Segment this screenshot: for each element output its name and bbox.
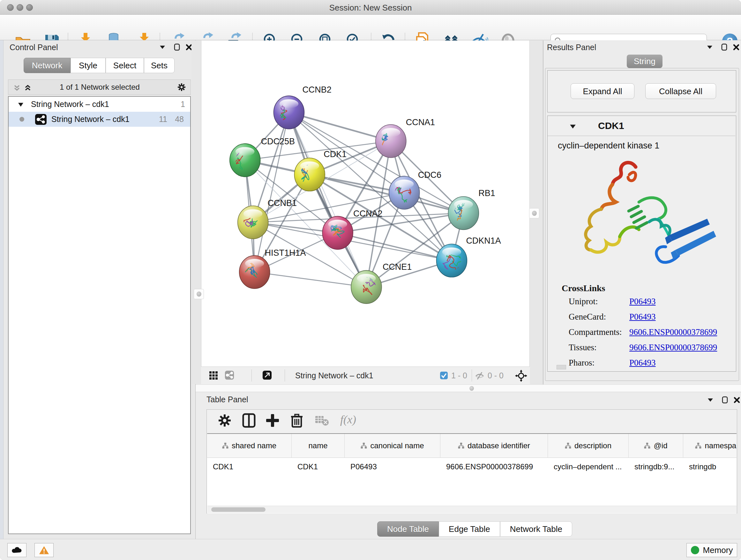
network-node-count: 11	[159, 115, 167, 124]
fit-selected-crosshair-icon[interactable]	[515, 370, 527, 382]
protein-description: cyclin–dependent kinase 1	[558, 141, 659, 151]
horizontal-splitter[interactable]	[196, 384, 741, 392]
node-label-CCNE1: CCNE1	[383, 262, 412, 272]
node-label-CDC25B: CDC25B	[261, 137, 295, 146]
column-header-namespace[interactable]: namespace	[683, 434, 737, 457]
collapse-all-button[interactable]: Collapse All	[645, 83, 716, 99]
tab-network[interactable]: Network	[23, 58, 71, 73]
network-edge-HIST1H1A-CCNE1[interactable]	[255, 272, 366, 287]
control-panel-float-icon[interactable]	[172, 42, 182, 52]
table-container: f(x) shared namenamecanonical namedataba…	[206, 409, 737, 513]
results-panel-collapse-icon[interactable]	[705, 42, 715, 52]
column-header-database-identifier[interactable]: database identifier	[441, 434, 548, 457]
column-header-shared-name[interactable]: shared name	[207, 434, 292, 457]
column-header-label: description	[575, 441, 611, 450]
scrollbar-thumb[interactable]	[211, 507, 266, 512]
tab-node-table[interactable]: Node Table	[377, 521, 439, 537]
table-cell[interactable]: CDK1	[207, 458, 292, 476]
table-panel-close-icon[interactable]	[732, 395, 741, 405]
crosslink-link[interactable]: P06493	[629, 297, 656, 307]
expand-collapse-section: Expand All Collapse All	[547, 70, 736, 112]
network-node-CCNB1[interactable]	[238, 206, 268, 239]
selected-checkbox-icon[interactable]	[440, 371, 448, 380]
node-label-CDC6: CDC6	[418, 170, 441, 180]
selected-count: 1 - 0	[451, 371, 467, 380]
table-cell[interactable]: stringdb:9...	[629, 458, 683, 476]
network-row-selected[interactable]: String Network – cdk1 11 48	[9, 112, 190, 127]
application-window: Session: New Session	[0, 0, 741, 560]
table-cell[interactable]: stringdb	[683, 458, 737, 476]
tab-sets[interactable]: Sets	[144, 58, 175, 73]
table-cell[interactable]: CDK1	[292, 458, 345, 476]
network-node-CCNA2[interactable]	[322, 216, 353, 249]
grid-view-icon[interactable]	[209, 371, 218, 380]
crosslink-link[interactable]: P06493	[629, 358, 656, 368]
crosslink-link[interactable]: 9606.ENSP00000378699	[629, 327, 717, 337]
table-cell[interactable]: 9606.ENSP00000378699	[441, 458, 548, 476]
crosslink-label: Uniprot:	[569, 297, 629, 307]
results-panel-close-icon[interactable]	[731, 42, 741, 52]
network-options-gear-icon[interactable]	[177, 82, 186, 92]
network-row-label: String Network – cdk1	[51, 115, 130, 124]
mini-scrollbar[interactable]	[556, 365, 566, 369]
birdseye-view-icon[interactable]	[262, 370, 272, 380]
network-node-CCNA1[interactable]	[376, 125, 406, 164]
crosslink-link[interactable]: P06493	[629, 312, 656, 322]
network-node-HIST1H1A[interactable]	[239, 255, 270, 289]
results-panel-float-icon[interactable]	[720, 42, 729, 52]
network-node-CCNE1[interactable]	[351, 270, 382, 304]
title-bar: Session: New Session	[0, 0, 741, 15]
crosslink-row: Tissues:9606.ENSP00000378699	[569, 343, 728, 353]
network-view-icon[interactable]	[225, 370, 234, 380]
left-splitter-grip[interactable]	[194, 289, 204, 299]
delete-column-icon[interactable]	[289, 413, 305, 428]
column-header-description[interactable]: description	[548, 434, 629, 457]
column-header-label: canonical name	[370, 441, 424, 450]
main-toolbar: ?	[0, 15, 741, 40]
network-node-CDKN1A[interactable]	[436, 244, 467, 277]
node-table: shared namenamecanonical namedatabase id…	[207, 433, 737, 513]
crosslink-row: GeneCard:P06493	[569, 312, 728, 322]
node-label-HIST1H1A: HIST1H1A	[265, 248, 306, 258]
toolbar-separator	[285, 369, 285, 381]
delete-table-icon	[314, 413, 329, 428]
tab-string[interactable]: String	[627, 55, 663, 68]
table-cell[interactable]: cyclin–dependent ...	[548, 458, 629, 476]
control-panel-collapse-icon[interactable]	[158, 42, 167, 52]
add-column-icon[interactable]	[265, 413, 280, 428]
network-tree: String Network – cdk1 1 String Network –…	[8, 96, 191, 534]
table-options-gear-icon[interactable]	[217, 413, 232, 428]
network-node-CDC25B[interactable]	[228, 144, 260, 177]
collapse-protein-icon[interactable]	[569, 123, 576, 130]
column-header-name[interactable]: name	[292, 434, 345, 457]
warning-button[interactable]	[35, 543, 54, 557]
toolbar-separator	[472, 369, 472, 381]
results-content-box: Expand All Collapse All CDK1 cyclin–depe…	[545, 68, 739, 381]
column-header-label: name	[308, 441, 327, 450]
tab-edge-table[interactable]: Edge Table	[439, 521, 500, 537]
horizontal-scrollbar[interactable]	[207, 506, 737, 513]
table-panel-float-icon[interactable]	[720, 395, 730, 405]
table-row[interactable]: CDK1CDK1P064939606.ENSP00000378699cyclin…	[207, 458, 737, 476]
network-canvas[interactable]: CCNB2CCNA1CDC25BCDK1CDC6RB1CCNB1CCNA2CDK…	[201, 41, 530, 367]
cloud-button[interactable]	[7, 543, 26, 557]
tab-network-table[interactable]: Network Table	[500, 521, 572, 537]
tab-style[interactable]: Style	[71, 58, 106, 73]
left-splitter[interactable]	[192, 41, 201, 384]
column-header-canonical-name[interactable]: canonical name	[345, 434, 441, 457]
right-splitter-grip[interactable]	[529, 208, 539, 219]
memory-button[interactable]: Memory	[686, 543, 737, 557]
network-node-CDC6[interactable]	[389, 176, 420, 209]
network-collection-row[interactable]: String Network – cdk1 1	[9, 97, 190, 112]
crosslinks-heading: CrossLinks	[562, 283, 605, 294]
network-node-RB1[interactable]	[444, 197, 479, 230]
crosslink-link[interactable]: 9606.ENSP00000378699	[629, 343, 717, 353]
table-panel-collapse-icon[interactable]	[705, 395, 715, 405]
network-list-toolbar: 1 of 1 Network selected	[8, 79, 191, 95]
network-edge-CCNB2-CCNE1[interactable]	[289, 112, 366, 287]
tab-select[interactable]: Select	[106, 58, 144, 73]
table-cell[interactable]: P06493	[345, 458, 441, 476]
column-header--id[interactable]: @id	[629, 434, 683, 457]
show-columns-icon[interactable]	[241, 413, 257, 428]
expand-all-button[interactable]: Expand All	[570, 83, 634, 99]
